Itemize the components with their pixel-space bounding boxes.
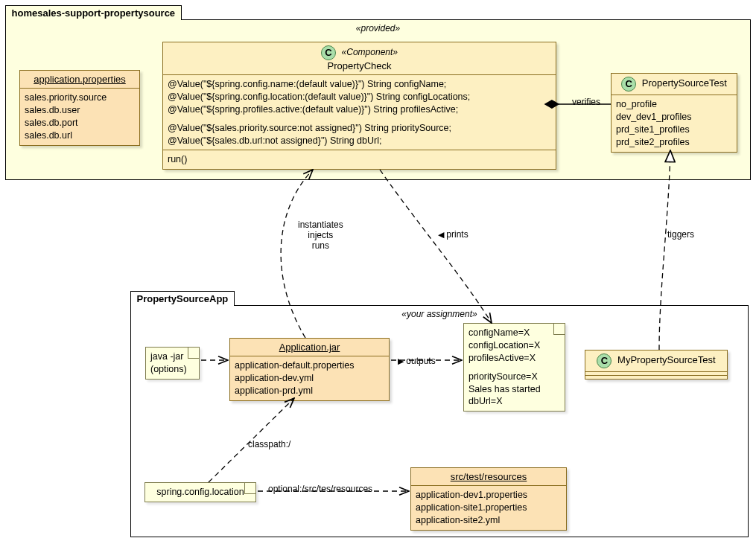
jar-file: application-default.properties — [235, 359, 384, 372]
out-line: Sales has started — [468, 383, 560, 396]
note-fold-icon — [244, 483, 255, 494]
attr-line: @Value("${sales.db.url:not assigned}") S… — [168, 135, 551, 147]
label-optional: optional:/src/tes/resources — [268, 484, 372, 494]
out-line: profilesActive=X — [468, 352, 560, 365]
jar-file: application-prd.yml — [235, 385, 384, 397]
out-line: dbUrl=X — [468, 395, 560, 408]
property-source-test-class: C PropertySourceTest no_profile dev_dev1… — [611, 73, 737, 153]
label-outputs: ▶ outputs — [398, 356, 436, 366]
label-prints: ◀ prints — [438, 229, 468, 240]
application-properties: application.properties sales.priority.so… — [19, 70, 140, 146]
res-file: application-site1.properties — [416, 502, 562, 514]
out-line: prioritySource=X — [468, 371, 560, 383]
method-line: run() — [168, 153, 551, 166]
test-row: no_profile — [616, 98, 732, 111]
attr-line: @Value("${sales.priority.source:not assi… — [168, 122, 551, 135]
property-check-name: PropertyCheck — [328, 60, 392, 71]
test-row: prd_site1_profiles — [616, 124, 732, 136]
my-property-source-test-class: C MyPropertySourceTest — [585, 350, 728, 380]
java-jar-note: java -jar (options) — [145, 347, 200, 380]
application-properties-title: application.properties — [20, 71, 139, 88]
jar-file: application-dev.yml — [235, 372, 384, 385]
package-name: homesales-support-propertysource — [12, 7, 176, 19]
prop-line: sales.db.user — [25, 104, 135, 117]
attr-line: @Value("${spring.profiles.active:(defaul… — [168, 103, 551, 116]
out-line: configLocation=X — [468, 339, 560, 352]
package2-name: PropertySourceApp — [137, 293, 229, 304]
property-check-class: C «Component» PropertyCheck @Value("${sp… — [162, 42, 556, 170]
note-fold-icon — [553, 324, 565, 335]
label-instantiates: instantiates injects runs — [298, 220, 343, 251]
package1-stereo: «provided» — [6, 23, 750, 33]
test-res-title: src/test/resources — [411, 468, 566, 485]
note-fold-icon — [188, 348, 199, 359]
package2-stereo: «your assignment» — [131, 309, 748, 319]
class-icon: C — [621, 77, 636, 92]
attr-line: @Value("${spring.config.name:(default va… — [168, 78, 551, 91]
test-row: dev_dev1_profiles — [616, 111, 732, 124]
package-tab-propertysource: homesales-support-propertysource — [5, 5, 182, 20]
label-tiggers: tiggers — [667, 229, 694, 240]
label-verifies: verifies — [572, 97, 600, 107]
attr-line: @Value("${spring.config.location:(defaul… — [168, 91, 551, 103]
application-jar: Application.jar application-default.prop… — [229, 338, 390, 401]
note-line: (options) — [150, 363, 194, 376]
application-jar-title: Application.jar — [230, 339, 389, 356]
prop-line: sales.priority.source — [25, 92, 135, 104]
property-check-stereo: «Component» — [342, 47, 398, 57]
property-source-test-name: PropertySourceTest — [642, 77, 727, 89]
res-file: application-dev1.properties — [416, 489, 562, 502]
spring-config-location-note: spring.config.location — [144, 482, 256, 502]
my-test-name: MyPropertySourceTest — [617, 354, 716, 365]
src-test-resources: src/test/resources application-dev1.prop… — [410, 467, 567, 531]
out-line: configName=X — [468, 327, 560, 339]
prop-line: sales.db.port — [25, 117, 135, 129]
prop-line: sales.db.url — [25, 129, 135, 142]
class-icon: C — [597, 353, 612, 368]
output-note: configName=X configLocation=X profilesAc… — [463, 323, 565, 412]
label-classpath: classpath:/ — [248, 439, 290, 449]
res-file: application-site2.yml — [416, 514, 562, 527]
class-icon: C — [321, 45, 336, 60]
scl-name: spring.config.location — [150, 486, 251, 499]
test-row: prd_site2_profiles — [616, 136, 732, 149]
package-tab-propertysourceapp: PropertySourceApp — [130, 291, 235, 306]
